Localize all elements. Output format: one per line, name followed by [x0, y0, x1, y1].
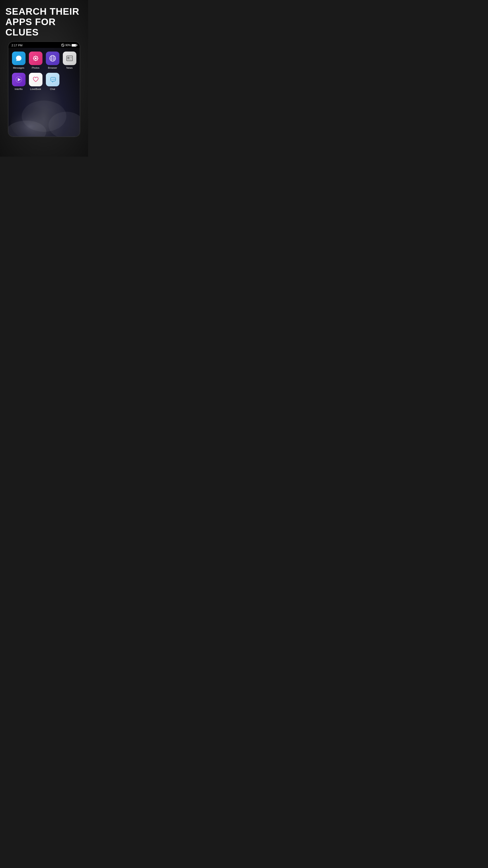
- svg-marker-23: [18, 78, 21, 81]
- phone-screen: Messages: [8, 48, 80, 136]
- lovebook-label: LoveBook: [30, 88, 41, 90]
- messages-label: Messages: [13, 66, 24, 69]
- svg-point-31: [22, 100, 66, 131]
- news-label: News: [66, 66, 73, 69]
- time-display: 2:17 PM: [11, 43, 22, 47]
- app-browser[interactable]: Browser: [45, 52, 60, 69]
- photos-icon: [29, 52, 42, 65]
- interflix-svg: [15, 76, 23, 84]
- apps-grid-row2: Interflix LoveBook: [8, 73, 80, 96]
- status-icons: 90%: [61, 43, 76, 47]
- phone-frame: 2:17 PM 90%: [8, 41, 80, 137]
- app-photos[interactable]: Photos: [28, 52, 43, 69]
- headline-line1: SEARCH THEIR: [5, 6, 79, 17]
- news-icon: [63, 52, 76, 65]
- headline: SEARCH THEIR APPS FOR CLUES: [0, 0, 88, 41]
- interflix-icon: [12, 73, 26, 86]
- svg-point-26: [54, 79, 55, 80]
- messages-icon: [12, 52, 26, 65]
- app-lovebook[interactable]: LoveBook: [28, 73, 43, 90]
- status-bar: 2:17 PM 90%: [8, 42, 80, 48]
- svg-point-3: [35, 57, 37, 59]
- app-messages[interactable]: Messages: [11, 52, 26, 69]
- messages-svg: [15, 55, 23, 62]
- photos-svg: [32, 55, 39, 62]
- smoke-area: [8, 96, 80, 136]
- news-svg: [66, 54, 74, 62]
- battery-pct: 90%: [65, 43, 71, 47]
- svg-line-1: [62, 44, 64, 46]
- browser-icon: [46, 52, 59, 65]
- headline-line2: APPS FOR CLUES: [5, 17, 56, 37]
- chat-icon: [46, 73, 59, 86]
- apps-grid-row1: Messages: [8, 48, 80, 73]
- dnd-icon: [61, 43, 64, 47]
- smoke-svg: [8, 96, 80, 136]
- page-wrapper: SEARCH THEIR APPS FOR CLUES 2:17 PM 90%: [0, 0, 88, 157]
- app-news[interactable]: News: [62, 52, 77, 69]
- browser-label: Browser: [48, 66, 57, 69]
- svg-point-25: [53, 79, 54, 80]
- svg-point-24: [52, 79, 53, 80]
- empty-slot: [62, 73, 77, 90]
- app-interflix[interactable]: Interflix: [11, 73, 26, 90]
- headline-text: SEARCH THEIR APPS FOR CLUES: [5, 6, 83, 38]
- browser-svg: [48, 54, 57, 62]
- lovebook-svg: [32, 75, 40, 84]
- lovebook-icon: [29, 73, 42, 86]
- chat-svg: [48, 75, 57, 84]
- app-chat[interactable]: Chat: [45, 73, 60, 90]
- battery-icon: [72, 44, 76, 46]
- svg-rect-18: [67, 57, 70, 59]
- interflix-label: Interflix: [15, 88, 23, 90]
- photos-label: Photos: [32, 66, 39, 69]
- chat-label: Chat: [50, 88, 55, 90]
